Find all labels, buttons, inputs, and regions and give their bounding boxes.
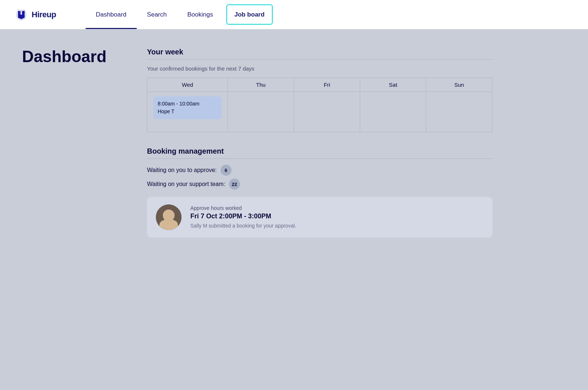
event-time: 8:00am - 10:00am bbox=[158, 100, 217, 108]
approval-label: Approve hours worked bbox=[190, 205, 484, 211]
main-content: Dashboard Your week Your confirmed booki… bbox=[0, 29, 514, 256]
logo-area[interactable]: Hireup bbox=[15, 8, 56, 21]
waiting-approve-row: Waiting on you to approve: 6 bbox=[147, 165, 492, 176]
waiting-team-row: Waiting on your support team: 22 bbox=[147, 179, 492, 190]
logo-text: Hireup bbox=[32, 10, 56, 19]
nav-tab-dashboard[interactable]: Dashboard bbox=[86, 0, 137, 29]
event-person: Hope T bbox=[158, 108, 217, 115]
header: Hireup Dashboard Search Bookings Job boa… bbox=[0, 0, 588, 29]
sun-cell bbox=[426, 92, 492, 132]
nav-tab-job-board[interactable]: Job board bbox=[226, 4, 273, 25]
sat-cell bbox=[360, 92, 426, 132]
your-week-section: Your week Your confirmed bookings for th… bbox=[147, 48, 492, 132]
your-week-title: Your week bbox=[147, 48, 492, 56]
col-thu: Thu bbox=[228, 78, 294, 92]
col-fri: Fri bbox=[294, 78, 360, 92]
col-wed: Wed bbox=[147, 78, 228, 92]
page-title: Dashboard bbox=[22, 48, 125, 65]
col-sun: Sun bbox=[426, 78, 492, 92]
nav-tab-search[interactable]: Search bbox=[137, 0, 177, 29]
booking-management-divider bbox=[147, 158, 492, 159]
thu-cell bbox=[228, 92, 294, 132]
calendar-table: Wed Thu Fri Sat Sun 8:00am - 10:00am Hop… bbox=[147, 78, 492, 132]
booking-management-title: Booking management bbox=[147, 147, 492, 155]
approval-datetime: Fri 7 Oct 2:00PM - 3:00PM bbox=[190, 212, 484, 220]
left-panel: Dashboard bbox=[22, 48, 125, 237]
nav-tabs: Dashboard Search Bookings Job board bbox=[86, 0, 276, 29]
waiting-team-badge: 22 bbox=[229, 179, 240, 190]
col-sat: Sat bbox=[360, 78, 426, 92]
approval-card[interactable]: Approve hours worked Fri 7 Oct 2:00PM - … bbox=[147, 197, 492, 237]
right-panel: Your week Your confirmed bookings for th… bbox=[147, 48, 492, 237]
your-week-divider bbox=[147, 59, 492, 60]
approval-avatar bbox=[156, 204, 182, 230]
approval-description: Sally M submitted a booking for your app… bbox=[190, 222, 484, 230]
waiting-team-label: Waiting on your support team: bbox=[147, 181, 225, 187]
booking-management-section: Booking management Waiting on you to app… bbox=[147, 147, 492, 237]
hireup-logo-icon bbox=[15, 8, 28, 21]
nav-tab-bookings[interactable]: Bookings bbox=[177, 0, 223, 29]
approval-content: Approve hours worked Fri 7 Oct 2:00PM - … bbox=[190, 205, 484, 230]
booking-stats: Waiting on you to approve: 6 Waiting on … bbox=[147, 165, 492, 190]
calendar-row: 8:00am - 10:00am Hope T bbox=[147, 92, 492, 132]
waiting-approve-label: Waiting on you to approve: bbox=[147, 167, 217, 173]
fri-cell bbox=[294, 92, 360, 132]
wed-cell[interactable]: 8:00am - 10:00am Hope T bbox=[147, 92, 228, 132]
your-week-subtitle: Your confirmed bookings for the next 7 d… bbox=[147, 65, 492, 72]
calendar-event-hope[interactable]: 8:00am - 10:00am Hope T bbox=[153, 96, 222, 119]
waiting-approve-badge: 6 bbox=[220, 165, 232, 176]
